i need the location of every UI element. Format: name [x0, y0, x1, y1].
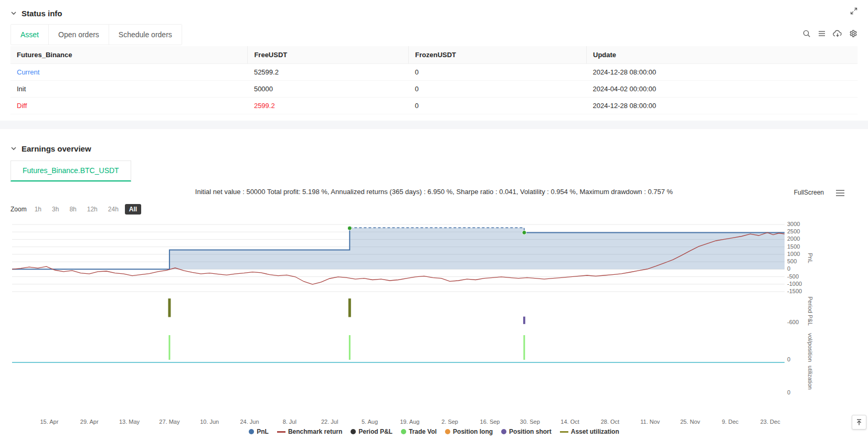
legend-item-pnl[interactable]: PnL: [249, 428, 269, 435]
column-header-frozenusdt: FrozenUSDT: [409, 46, 587, 64]
svg-text:25. Nov: 25. Nov: [680, 419, 700, 425]
cell-frozen-usdt: 0: [409, 64, 587, 81]
svg-text:16. Sep: 16. Sep: [480, 419, 500, 425]
svg-text:23. Dec: 23. Dec: [760, 419, 780, 425]
zoom-1h[interactable]: 1h: [30, 204, 46, 215]
fullscreen-button[interactable]: FullScreen: [794, 189, 824, 196]
zoom-all[interactable]: All: [125, 204, 141, 215]
svg-text:19. Aug: 19. Aug: [400, 419, 419, 425]
legend-item-asset-utilization[interactable]: Asset utilization: [560, 428, 619, 435]
cell-update: 2024-12-28 08:00:00: [587, 64, 858, 81]
svg-text:27. May: 27. May: [159, 419, 180, 425]
row-label: Diff: [10, 98, 248, 114]
cell-update: 2024-12-28 08:00:00: [587, 98, 858, 114]
svg-text:500: 500: [787, 258, 797, 264]
svg-text:13. May: 13. May: [119, 419, 140, 425]
svg-text:PnL: PnL: [807, 253, 813, 263]
legend-item-position-short[interactable]: Position short: [501, 428, 552, 435]
svg-text:2500: 2500: [787, 228, 800, 234]
chart-menu-icon[interactable]: [835, 189, 845, 197]
svg-text:30. Sep: 30. Sep: [520, 419, 540, 425]
legend-marker: [277, 431, 285, 433]
svg-text:0: 0: [787, 265, 790, 272]
cell-free-usdt: 50000: [248, 81, 409, 98]
svg-text:9. Dec: 9. Dec: [722, 419, 739, 425]
legend-label: Position long: [453, 428, 493, 435]
svg-text:2000: 2000: [787, 235, 800, 242]
tab-open-orders[interactable]: Open orders: [49, 25, 109, 45]
table-row: Current52599.202024-12-28 08:00:00: [10, 64, 858, 81]
row-label: Init: [10, 81, 248, 98]
expand-icon[interactable]: [850, 7, 858, 15]
svg-text:Period P&L: Period P&L: [807, 296, 813, 326]
svg-text:28. Oct: 28. Oct: [601, 419, 619, 425]
status-tabs-row: AssetOpen ordersSchedule orders: [10, 24, 858, 45]
svg-text:5. Aug: 5. Aug: [362, 419, 378, 425]
cell-free-usdt: 2599.2: [248, 98, 409, 114]
legend-item-benchmark-return[interactable]: Benchmark return: [277, 428, 342, 435]
cloud-download-icon[interactable]: [833, 29, 842, 38]
tab-futures-binance-btc-usdt[interactable]: Futures_Binance.BTC_USDT: [10, 160, 131, 181]
section-divider: [0, 121, 868, 129]
cell-frozen-usdt: 0: [409, 98, 587, 114]
earnings-chart[interactable]: 300025002000150010005000-500-1000-1500-6…: [0, 217, 868, 427]
legend-item-trade-vol[interactable]: Trade Vol: [401, 428, 437, 435]
cell-frozen-usdt: 0: [409, 81, 587, 98]
gear-icon[interactable]: [849, 29, 858, 38]
svg-text:11. Nov: 11. Nov: [640, 419, 660, 425]
svg-text:0: 0: [787, 389, 790, 395]
legend-item-position-long[interactable]: Position long: [445, 428, 493, 435]
earnings-chart-svg[interactable]: 300025002000150010005000-500-1000-1500-6…: [0, 217, 868, 427]
legend-label: Asset utilization: [571, 428, 619, 435]
svg-text:0: 0: [787, 356, 790, 362]
earnings-header: Earnings overview: [10, 135, 858, 156]
panel-title: Earnings overview: [22, 144, 91, 153]
svg-text:1000: 1000: [787, 251, 800, 257]
table-row: Diff2599.202024-12-28 08:00:00: [10, 98, 858, 114]
svg-text:2. Sep: 2. Sep: [441, 419, 458, 425]
column-header-freeusdt: FreeUSDT: [248, 46, 409, 64]
collapse-chevron-icon[interactable]: [10, 145, 17, 152]
asset-table-header: Futures_BinanceFreeUSDTFrozenUSDTUpdate: [10, 46, 858, 64]
svg-text:8. Jul: 8. Jul: [283, 419, 297, 425]
column-header-futures-binance: Futures_Binance: [10, 46, 248, 64]
zoom-range-selector: Zoom 1h3h8h12h24hAll: [10, 204, 858, 215]
svg-text:-600: -600: [787, 319, 799, 325]
scroll-to-top-button[interactable]: [852, 415, 866, 430]
cell-free-usdt: 52599.2: [248, 64, 409, 81]
legend-item-period-p-l[interactable]: Period P&L: [351, 428, 393, 435]
earnings-summary-row: Initial net value : 50000 Total profit: …: [10, 188, 858, 197]
svg-text:22. Jul: 22. Jul: [321, 419, 338, 425]
svg-text:-1000: -1000: [787, 281, 802, 287]
status-tabs: AssetOpen ordersSchedule orders: [10, 24, 182, 45]
zoom-3h[interactable]: 3h: [48, 204, 63, 215]
asset-table: Futures_BinanceFreeUSDTFrozenUSDTUpdate …: [10, 46, 858, 114]
collapse-chevron-icon[interactable]: [10, 10, 17, 16]
legend-marker: [560, 431, 568, 433]
svg-text:24. Jun: 24. Jun: [240, 419, 259, 425]
svg-text:10. Jun: 10. Jun: [200, 419, 219, 425]
earnings-summary-text: Initial net value : 50000 Total profit: …: [195, 188, 673, 196]
list-icon[interactable]: [818, 29, 826, 38]
status-info-panel: Status info AssetOpen ordersSchedule ord…: [0, 0, 868, 114]
legend-label: Trade Vol: [409, 428, 437, 435]
zoom-label: Zoom: [10, 206, 27, 213]
earnings-overview-panel: Earnings overview Futures_Binance.BTC_US…: [0, 129, 868, 439]
chart-legend: PnLBenchmark returnPeriod P&LTrade VolPo…: [10, 427, 858, 436]
legend-label: Period P&L: [358, 428, 393, 435]
tab-asset[interactable]: Asset: [11, 25, 49, 45]
zoom-8h[interactable]: 8h: [65, 204, 80, 215]
legend-label: Benchmark return: [288, 428, 342, 435]
tab-schedule-orders[interactable]: Schedule orders: [109, 25, 182, 45]
zoom-24h[interactable]: 24h: [104, 204, 123, 215]
cell-update: 2024-04-02 00:00:00: [587, 81, 858, 98]
svg-text:29. Apr: 29. Apr: [80, 419, 99, 425]
search-icon[interactable]: [802, 29, 811, 38]
legend-marker: [445, 429, 450, 434]
row-label[interactable]: Current: [10, 64, 248, 81]
svg-text:3000: 3000: [787, 221, 800, 227]
legend-marker: [351, 429, 356, 434]
legend-marker: [401, 429, 406, 434]
legend-label: Position short: [509, 428, 552, 435]
zoom-12h[interactable]: 12h: [83, 204, 102, 215]
